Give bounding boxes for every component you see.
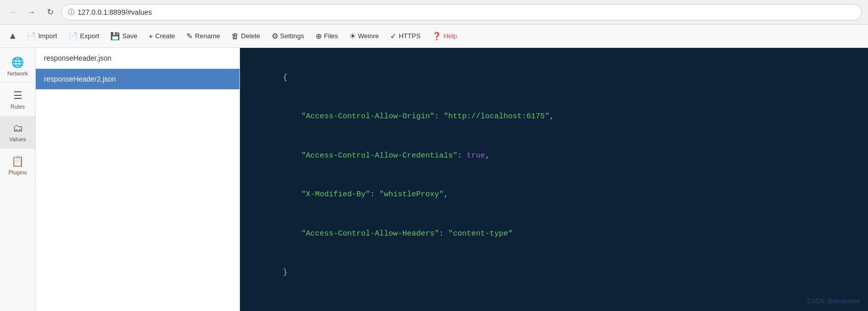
forward-button[interactable]: → — [25, 5, 39, 19]
files-button[interactable]: ⊕ Files — [310, 29, 343, 44]
code-line-1: "Access-Control-Allow-Origin": "http://l… — [255, 97, 853, 137]
main-layout: 🌐 Network ☰ Rules 🗂 Values 📋 Plugins res… — [0, 48, 868, 311]
code-line-brace-close: } — [255, 253, 853, 293]
create-button[interactable]: + Create — [143, 29, 180, 43]
save-button[interactable]: 💾 Save — [105, 29, 142, 44]
sidebar-label-rules: Rules — [10, 103, 25, 110]
delete-icon: 🗑 — [231, 32, 239, 40]
delete-button[interactable]: 🗑 Delete — [226, 29, 266, 43]
toolbar: ▲ 📄 Import 📄 Export 💾 Save + Create ✎ Re… — [0, 24, 868, 48]
lock-icon: ⓘ — [68, 8, 75, 17]
back-button[interactable]: ← — [6, 5, 20, 19]
code-panel[interactable]: { "Access-Control-Allow-Origin": "http:/… — [240, 48, 868, 311]
file-item-2[interactable]: responseHeader2.json — [36, 69, 239, 90]
sidebar-label-values: Values — [9, 136, 26, 142]
browser-chrome: ← → ↻ ⓘ 127.0.0.1:8899/#values — [0, 0, 868, 24]
export-button[interactable]: 📄 Export — [63, 29, 105, 44]
sidebar-label-network: Network — [7, 70, 28, 76]
settings-icon: ⚙ — [272, 32, 278, 41]
watermark: CSDN @whuhewei — [807, 298, 860, 305]
sidebar-label-plugins: Plugins — [8, 169, 27, 175]
code-line-4: "Access-Control-Allow-Headers": "content… — [255, 214, 853, 253]
collapse-button[interactable]: ▲ — [5, 29, 20, 44]
rules-icon: ☰ — [13, 89, 22, 101]
settings-button[interactable]: ⚙ Settings — [267, 29, 309, 44]
https-button[interactable]: ✓ HTTPS — [385, 29, 426, 44]
import-icon: 📄 — [27, 32, 36, 41]
network-icon: 🌐 — [11, 56, 24, 68]
code-line-2: "Access-Control-Allow-Credentials": true… — [255, 136, 853, 175]
https-icon: ✓ — [390, 32, 397, 41]
url-text: 127.0.0.1:8899/#values — [78, 8, 152, 16]
rename-button[interactable]: ✎ Rename — [181, 29, 225, 44]
sidebar-item-plugins[interactable]: 📋 Plugins — [0, 149, 35, 182]
plugins-icon: 📋 — [11, 155, 24, 167]
sidebar: 🌐 Network ☰ Rules 🗂 Values 📋 Plugins — [0, 48, 36, 311]
files-icon: ⊕ — [316, 32, 322, 41]
save-icon: 💾 — [110, 32, 120, 41]
import-button[interactable]: 📄 Import — [21, 29, 62, 44]
file-panel: responseHeader.json responseHeader2.json — [36, 48, 240, 311]
create-icon: + — [149, 32, 153, 40]
sidebar-item-rules[interactable]: ☰ Rules — [0, 83, 35, 116]
address-bar[interactable]: ⓘ 127.0.0.1:8899/#values — [61, 4, 862, 20]
sidebar-item-values[interactable]: 🗂 Values — [0, 116, 35, 149]
code-line-brace-open: { — [255, 58, 853, 97]
weinre-icon: ☀ — [349, 32, 356, 41]
values-icon: 🗂 — [13, 122, 23, 134]
export-icon: 📄 — [68, 32, 78, 41]
weinre-button[interactable]: ☀ Weinre — [344, 29, 384, 44]
sidebar-item-network[interactable]: 🌐 Network — [0, 50, 35, 83]
reload-button[interactable]: ↻ — [43, 5, 57, 19]
help-button[interactable]: ❓ Help — [427, 29, 463, 44]
rename-icon: ✎ — [186, 32, 193, 41]
code-line-3: "X-Modified-By": "whistleProxy", — [255, 175, 853, 215]
help-icon: ❓ — [432, 32, 442, 41]
file-item-1[interactable]: responseHeader.json — [36, 48, 239, 69]
